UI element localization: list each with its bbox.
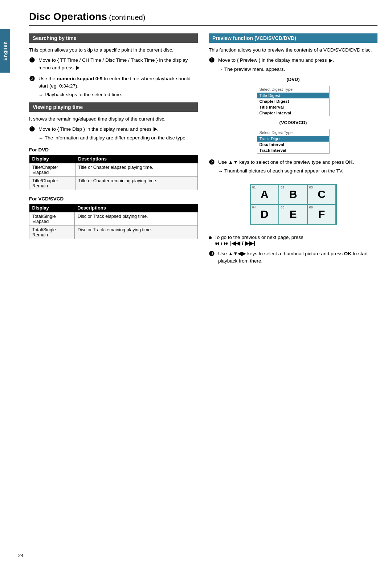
- thumb-cell-e: 05 E: [279, 204, 307, 224]
- cell-num-02: 02: [281, 186, 284, 189]
- preview-step2-arrow-text: Thumbnail pictures of each segment appea…: [224, 167, 343, 175]
- table-row: Total/SingleElapsed Disc or Track elapse…: [29, 212, 198, 225]
- preview-step-1: ❶ Move to { Preview } in the display men…: [209, 57, 377, 73]
- page-number: 24: [18, 553, 23, 558]
- thumb-cell-c: 03 C: [307, 184, 336, 204]
- english-label: English: [3, 41, 8, 61]
- skip-icons: ⏮ / ⏭: [215, 241, 229, 246]
- cell-num-01: 01: [252, 186, 256, 189]
- dvd-row2-display: Title/ChapterRemain: [29, 176, 75, 190]
- page-title: Disc Operations (continued): [29, 11, 377, 26]
- viewing-step-num: ❶: [29, 126, 36, 134]
- thumb-cell-d: 04 D: [250, 204, 279, 224]
- right-column: Preview function (VCD/SVCD/DVD) This fun…: [209, 33, 377, 268]
- table-row: Title/ChapterElapsed Title or Chapter el…: [29, 163, 198, 176]
- two-column-layout: Searching by time This option allows you…: [29, 33, 377, 268]
- vcd-col-display: Display: [29, 204, 75, 212]
- step-content-2: Use the numeric keypad 0-9 to enter the …: [38, 75, 198, 99]
- preview-header: Preview function (VCD/SVCD/DVD): [209, 33, 377, 43]
- cell-letter-b: B: [289, 188, 297, 200]
- dvd-row1-display: Title/ChapterElapsed: [29, 163, 75, 176]
- dvd-menu-label: Select Digest Type:: [257, 86, 329, 93]
- for-vcd-label: For VCD/SVCD: [29, 196, 198, 202]
- dvd-menu-item-3[interactable]: Title Interval: [257, 104, 329, 110]
- dvd-disc-label: (DVD): [209, 77, 377, 82]
- searching-step-2: ❷ Use the numeric keypad 0-9 to enter th…: [29, 75, 198, 99]
- cell-num-05: 05: [281, 206, 284, 209]
- vcd-menu-box: Select Digest Type: Track Digest Disc In…: [257, 129, 330, 154]
- preview-arrow-text: The preview menu appears.: [224, 66, 285, 73]
- preview-step-num-2: ❷: [209, 159, 216, 167]
- step2-arrow-text: Playback skips to the selected time.: [45, 91, 122, 98]
- viewing-arrow-item: → The information and display are differ…: [38, 134, 198, 142]
- cell-num-06: 06: [309, 206, 313, 209]
- searching-step-1: ❶ Move to { TT Time / CH Time / Disc Tim…: [29, 57, 198, 72]
- cell-num-03: 03: [309, 186, 313, 189]
- step-num-1: ❶: [29, 57, 36, 65]
- preview-step-num-3: ❸: [209, 250, 216, 258]
- thumb-cell-a: 01 A: [250, 184, 279, 204]
- dvd-menu-box: Select Digest Type: Title Digest Chapter…: [257, 86, 330, 116]
- vcd-col-desc: Descriptions: [74, 204, 197, 212]
- vcd-row2-display: Total/SingleRemain: [29, 225, 75, 239]
- step-num-2: ❷: [29, 75, 36, 83]
- dvd-col-display: Display: [29, 155, 75, 163]
- vcd-menu-item-1[interactable]: Track Digest: [257, 136, 329, 142]
- thumb-grid-wrapper: 01 A 02 B 03 C 04 D: [209, 179, 377, 230]
- cell-letter-a: A: [261, 188, 269, 200]
- vcd-table: Display Descriptions Total/SingleElapsed…: [29, 204, 198, 239]
- skip-icons-display: |◀◀ / ▶▶|: [230, 240, 255, 246]
- ok-label-3: OK: [344, 251, 351, 256]
- dvd-menu-item-4[interactable]: Chapter Interval: [257, 110, 329, 116]
- vcd-row1-display: Total/SingleElapsed: [29, 212, 75, 225]
- bullet-dot: [209, 236, 212, 239]
- bullet-prev-next: To go to the previous or next page, pres…: [209, 235, 377, 247]
- dvd-row1-desc: Title or Chapter elapsed playing time.: [75, 163, 197, 176]
- dvd-menu-item-1[interactable]: Title Digest: [257, 93, 329, 98]
- searching-header: Searching by time: [29, 33, 198, 43]
- viewing-arrow-text: The information and display are differ d…: [45, 134, 187, 142]
- preview-step-content-3: Use ▲▼◀▶ keys to select a thumbnail pict…: [218, 250, 377, 265]
- viewing-arrow-sym: →: [38, 135, 43, 142]
- preview-step2-arrow-sym: →: [218, 168, 223, 175]
- preview-step-num: ❶: [209, 57, 216, 65]
- preview-step-3: ❸ Use ▲▼◀▶ keys to select a thumbnail pi…: [209, 250, 377, 265]
- cell-letter-c: C: [318, 188, 326, 200]
- vcd-menu-item-3[interactable]: Track Interval: [257, 147, 329, 153]
- ok-label: OK: [345, 159, 352, 165]
- cell-letter-d: D: [261, 208, 269, 220]
- vcd-row2-desc: Disc or Track remaining playing time.: [74, 225, 197, 239]
- preview-arrow-item: → The preview menu appears.: [218, 66, 377, 73]
- nav-arrows: ▲▼◀▶: [228, 251, 246, 256]
- dvd-menu-item-2[interactable]: Chapter Digest: [257, 98, 329, 104]
- viewing-desc: It shows the remaining/elapsed time disp…: [29, 115, 198, 123]
- preview-step-content: Move to { Preview } in the display menu …: [218, 57, 377, 73]
- viewing-step-content: Move to { Time Disp } in the display men…: [38, 126, 198, 142]
- main-content: Disc Operations (continued) Searching by…: [15, 0, 392, 283]
- cell-num-04: 04: [252, 206, 256, 209]
- preview-arrow-sym: →: [218, 66, 223, 73]
- vcd-row1-desc: Disc or Track elapsed playing time.: [74, 212, 197, 225]
- thumbnail-grid: 01 A 02 B 03 C 04 D: [250, 184, 337, 225]
- table-row: Title/ChapterRemain Title or Chapter rem…: [29, 176, 198, 190]
- dvd-row2-desc: Title or Chapter remaining playing time.: [75, 176, 197, 190]
- searching-desc: This option allows you to skip to a spec…: [29, 46, 198, 54]
- page-wrapper: English Disc Operations (continued) Sear…: [0, 0, 392, 569]
- vcd-disc-label: (VCD/SVCD): [209, 120, 377, 125]
- bullet-text: To go to the previous or next page, pres…: [215, 235, 303, 247]
- keypad-bold: numeric keypad 0-9: [57, 76, 102, 81]
- dvd-table: Display Descriptions Title/ChapterElapse…: [29, 155, 198, 190]
- step2-arrow-item: → Playback skips to the selected time.: [38, 91, 198, 99]
- cell-letter-f: F: [318, 208, 325, 220]
- viewing-step-1: ❶ Move to { Time Disp } in the display m…: [29, 126, 198, 142]
- title-suffix: (continued): [107, 13, 146, 21]
- vcd-menu-label: Select Digest Type:: [257, 129, 329, 136]
- thumb-cell-b: 02 B: [279, 184, 307, 204]
- preview-step-2: ❷ Use ▲▼ keys to select one of the previ…: [209, 159, 377, 175]
- dvd-col-desc: Descriptions: [75, 155, 197, 163]
- step-content-1: Move to { TT Time / CH Time / Disc Time …: [38, 57, 198, 72]
- thumb-cell-f: 06 F: [307, 204, 336, 224]
- preview-step2-arrow: → Thumbnail pictures of each segment app…: [218, 167, 377, 175]
- vcd-menu-item-2[interactable]: Disc Interval: [257, 142, 329, 147]
- for-dvd-label: For DVD: [29, 147, 198, 153]
